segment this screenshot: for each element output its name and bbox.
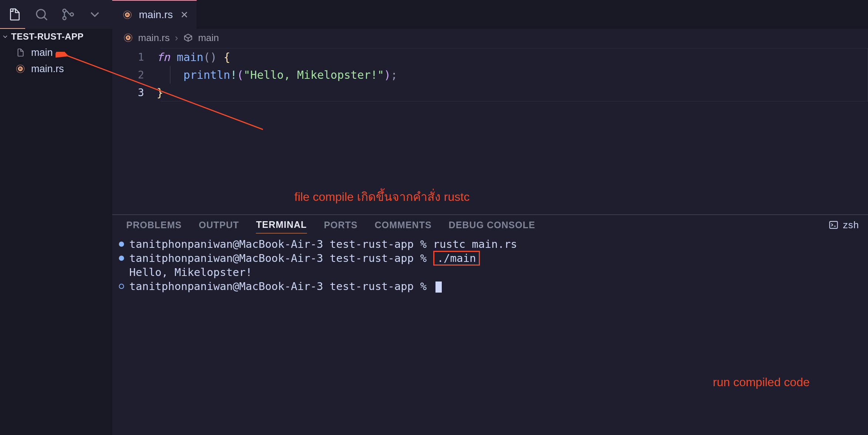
file-item-main-rs[interactable]: R main.rs <box>0 61 112 77</box>
svg-point-2 <box>63 17 66 20</box>
code-line[interactable]: 2 println!("Hello, Mikelopster!"); <box>112 66 868 84</box>
svg-text:R: R <box>19 67 22 71</box>
svg-rect-13 <box>829 222 837 229</box>
annotation-text-1: file compile เกิดขึ้นจากคำสั่ง rustc <box>294 187 470 206</box>
terminal-line: tanitphonpaniwan@MacBook-Air-3 test-rust… <box>119 251 868 265</box>
breadcrumb-file: main.rs <box>138 32 170 44</box>
terminal-line: Hello, Mikelopster! <box>119 265 868 279</box>
breadcrumb-separator: › <box>175 32 178 44</box>
code-content: fn main() { <box>157 51 230 64</box>
explorer-icon[interactable] <box>7 6 23 23</box>
panel-tab-ports[interactable]: PORTS <box>324 217 358 233</box>
rust-icon: R <box>123 33 133 43</box>
tab-label: main.rs <box>139 9 173 21</box>
file-icon <box>16 48 25 57</box>
panel-tab-debug-console[interactable]: DEBUG CONSOLE <box>449 217 535 233</box>
panel-tab-terminal[interactable]: TERMINAL <box>256 216 307 233</box>
symbol-icon <box>183 33 193 43</box>
sidebar-project-header[interactable]: TEST-RUST-APP <box>0 29 112 44</box>
panel: PROBLEMSOUTPUTTERMINALPORTSCOMMENTSDEBUG… <box>112 215 868 435</box>
tab-bar: R main.rs ✕ <box>112 0 868 29</box>
terminal-cursor <box>435 281 442 293</box>
terminal-icon <box>828 220 839 230</box>
file-label: main <box>31 47 53 58</box>
svg-text:R: R <box>126 13 129 17</box>
panel-tab-problems[interactable]: PROBLEMS <box>126 217 182 233</box>
terminal-line: tanitphonpaniwan@MacBook-Air-3 test-rust… <box>119 237 868 251</box>
rust-icon: R <box>16 64 25 74</box>
code-line[interactable]: 3} <box>112 84 868 101</box>
file-item-main[interactable]: main <box>0 44 112 61</box>
breadcrumb[interactable]: R main.rs › main <box>112 29 868 47</box>
svg-point-0 <box>37 10 45 18</box>
svg-point-3 <box>70 13 73 16</box>
line-number: 1 <box>112 51 157 63</box>
panel-tab-comments[interactable]: COMMENTS <box>375 217 432 233</box>
prompt-bullet-icon <box>119 256 124 261</box>
file-label: main.rs <box>31 63 64 75</box>
panel-tabs: PROBLEMSOUTPUTTERMINALPORTSCOMMENTSDEBUG… <box>112 215 868 235</box>
code-content: } <box>157 86 163 99</box>
shell-label: zsh <box>843 219 859 231</box>
panel-tab-output[interactable]: OUTPUT <box>199 217 239 233</box>
sidebar: TEST-RUST-APP main R main.rs <box>0 29 112 435</box>
annotation-command-box: ./main <box>433 251 480 266</box>
prompt-bullet-icon <box>119 242 124 247</box>
code-line[interactable]: 1fn main() { <box>112 48 868 66</box>
project-name: TEST-RUST-APP <box>11 31 84 42</box>
line-number: 2 <box>112 69 157 81</box>
terminal-shell-indicator[interactable]: zsh <box>828 219 859 231</box>
svg-point-1 <box>63 9 66 12</box>
prompt-bullet-icon <box>119 284 124 289</box>
svg-text:R: R <box>127 36 130 40</box>
terminal-line: tanitphonpaniwan@MacBook-Air-3 test-rust… <box>119 279 868 293</box>
breadcrumb-symbol: main <box>198 32 219 44</box>
chevron-down-icon[interactable] <box>87 6 103 23</box>
tab-main-rs[interactable]: R main.rs ✕ <box>112 0 197 29</box>
rust-icon: R <box>123 10 132 20</box>
search-icon[interactable] <box>33 6 50 23</box>
activity-bar <box>0 0 112 29</box>
code-content: println!("Hello, Mikelopster!"); <box>157 68 397 81</box>
code-area[interactable]: 1fn main() {2 println!("Hello, Mikelopst… <box>112 47 868 101</box>
editor: R main.rs ✕ R main.rs › main 1fn main() … <box>112 0 868 215</box>
terminal[interactable]: tanitphonpaniwan@MacBook-Air-3 test-rust… <box>112 235 868 293</box>
close-icon[interactable]: ✕ <box>180 9 188 21</box>
source-control-icon[interactable] <box>60 6 76 23</box>
line-number: 3 <box>112 87 157 99</box>
annotation-text-2: run compiled code <box>713 375 809 389</box>
